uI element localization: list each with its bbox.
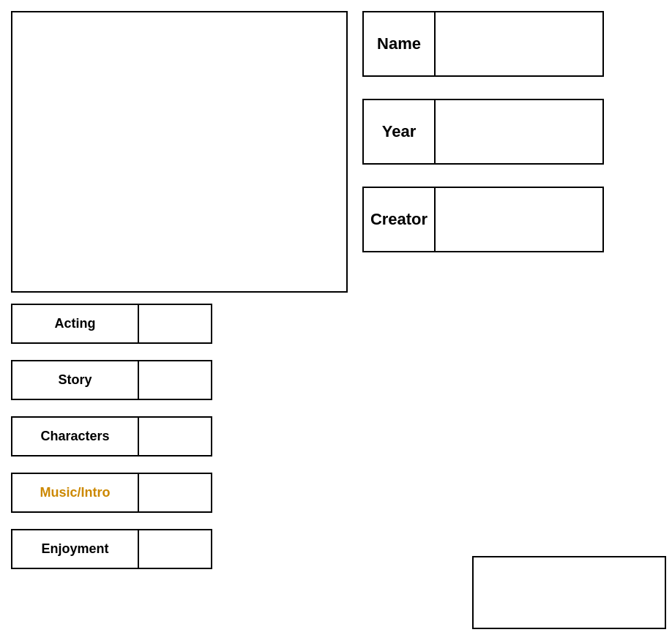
year-label: Year [362, 99, 436, 165]
characters-label: Characters [11, 416, 139, 456]
rating-section: Acting Story Characters Music/Intro Enjo… [11, 304, 212, 585]
music-row: Music/Intro [11, 473, 212, 513]
enjoyment-value[interactable] [139, 529, 212, 569]
acting-value[interactable] [139, 304, 212, 344]
story-label: Story [11, 360, 139, 400]
music-intro-label: Music/Intro [11, 473, 139, 513]
year-row: Year [362, 99, 604, 165]
name-label: Name [362, 11, 436, 77]
creator-row: Creator [362, 187, 604, 252]
bottom-right-box [472, 556, 666, 629]
creator-label: Creator [362, 187, 436, 252]
music-intro-value[interactable] [139, 473, 212, 513]
main-image-box [11, 11, 348, 293]
info-section: Name Year Creator [362, 11, 604, 274]
name-row: Name [362, 11, 604, 77]
enjoyment-label: Enjoyment [11, 529, 139, 569]
acting-row: Acting [11, 304, 212, 344]
enjoyment-row: Enjoyment [11, 529, 212, 569]
acting-label: Acting [11, 304, 139, 344]
creator-value[interactable] [436, 187, 604, 252]
story-value[interactable] [139, 360, 212, 400]
characters-value[interactable] [139, 416, 212, 456]
name-value[interactable] [436, 11, 604, 77]
characters-row: Characters [11, 416, 212, 456]
story-row: Story [11, 360, 212, 400]
year-value[interactable] [436, 99, 604, 165]
